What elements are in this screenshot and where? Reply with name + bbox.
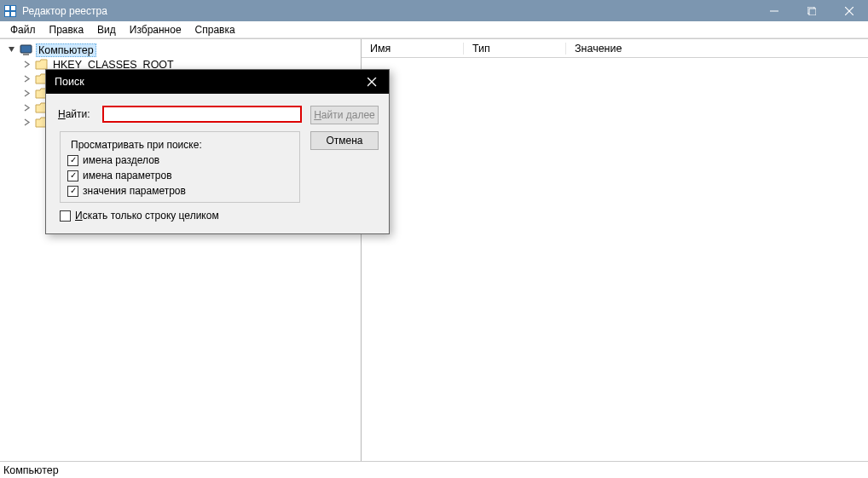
listview-header: Имя Тип Значение	[362, 39, 868, 58]
statusbar-text: Компьютер	[3, 464, 59, 476]
svg-rect-11	[23, 54, 29, 55]
checkbox-data-row[interactable]: значения параметров	[67, 185, 292, 197]
look-at-groupbox: Просматривать при поиске: имена разделов…	[60, 131, 300, 203]
menu-help[interactable]: Справка	[188, 24, 242, 36]
maximize-button[interactable]	[793, 0, 830, 21]
svg-rect-2	[11, 6, 15, 10]
dialog-titlebar[interactable]: Поиск	[46, 70, 389, 94]
window-controls	[755, 0, 868, 21]
checkbox-whole-string[interactable]	[60, 210, 71, 222]
find-dialog: Поиск Найти: Просматривать при поиске: и…	[45, 69, 390, 234]
svg-rect-3	[5, 12, 9, 16]
chevron-right-icon[interactable]	[20, 59, 32, 71]
cancel-button[interactable]: Отмена	[310, 131, 379, 150]
dialog-body: Найти: Просматривать при поиске: имена р…	[46, 94, 389, 233]
window-title: Редактор реестра	[22, 5, 755, 17]
checkbox-values[interactable]	[67, 170, 78, 181]
checkbox-keys-label: имена разделов	[83, 154, 159, 166]
minimize-button[interactable]	[755, 0, 793, 21]
checkbox-data-label: значения параметров	[83, 185, 186, 197]
titlebar: Редактор реестра	[0, 0, 868, 21]
values-pane[interactable]: Имя Тип Значение	[362, 39, 868, 461]
dialog-close-button[interactable]	[355, 70, 389, 94]
close-button[interactable]	[830, 0, 868, 21]
chevron-right-icon[interactable]	[20, 88, 32, 100]
chevron-right-icon[interactable]	[20, 73, 32, 85]
menu-file[interactable]: Файл	[3, 24, 43, 36]
checkbox-data[interactable]	[67, 186, 78, 197]
tree-root-row[interactable]: Компьютер	[5, 43, 361, 57]
find-label: Найти:	[58, 108, 94, 120]
dialog-title: Поиск	[55, 76, 355, 88]
find-next-button[interactable]: Найти далее	[310, 106, 379, 124]
find-input[interactable]	[102, 106, 302, 123]
menu-edit[interactable]: Правка	[43, 24, 91, 36]
col-value[interactable]: Значение	[566, 43, 868, 55]
col-name[interactable]: Имя	[362, 43, 464, 55]
menu-view[interactable]: Вид	[90, 24, 123, 36]
statusbar: Компьютер	[0, 461, 868, 478]
svg-rect-1	[5, 6, 9, 10]
checkbox-whole-row[interactable]: ИИскать только строку целикомскать тольк…	[60, 210, 302, 222]
close-icon	[367, 78, 377, 87]
menubar: Файл Правка Вид Избранное Справка	[0, 21, 868, 38]
checkbox-whole-label: ИИскать только строку целикомскать тольк…	[75, 210, 219, 222]
checkbox-values-row[interactable]: имена параметров	[67, 170, 292, 181]
chevron-right-icon[interactable]	[20, 102, 32, 114]
chevron-down-icon[interactable]	[5, 44, 17, 56]
chevron-right-icon[interactable]	[20, 117, 32, 129]
menu-favorites[interactable]: Избранное	[123, 24, 188, 36]
checkbox-keys-row[interactable]: имена разделов	[67, 154, 292, 166]
svg-rect-7	[809, 9, 816, 15]
tree-root-label[interactable]: Компьютер	[36, 43, 96, 57]
svg-rect-10	[20, 45, 32, 53]
svg-rect-4	[11, 12, 15, 16]
checkbox-values-label: имена параметров	[83, 170, 172, 181]
app-icon	[3, 4, 17, 18]
computer-icon	[20, 44, 33, 56]
checkbox-keys[interactable]	[67, 155, 78, 166]
groupbox-title: Просматривать при поиске:	[67, 139, 205, 151]
col-type[interactable]: Тип	[464, 43, 566, 55]
